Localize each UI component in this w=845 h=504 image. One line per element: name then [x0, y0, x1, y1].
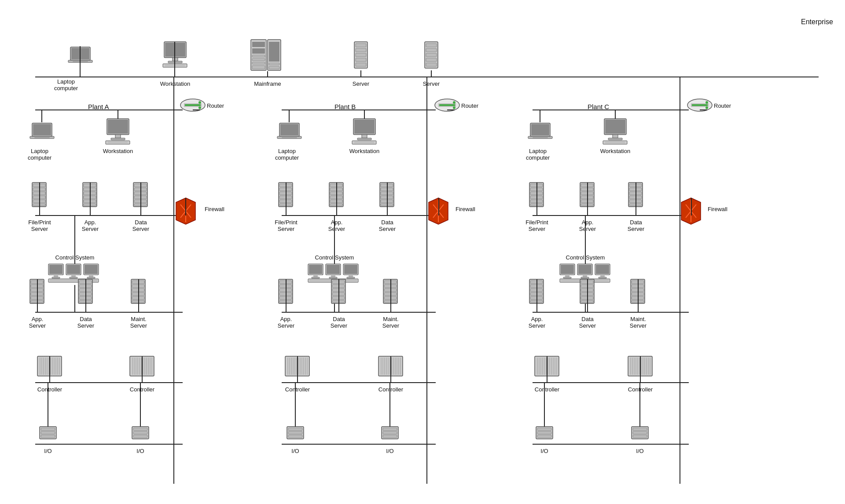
- svg-rect-54: [40, 11, 45, 13]
- svg-rect-26: [4, 16, 14, 20]
- svg-text:Firewall: Firewall: [456, 206, 475, 212]
- enterprise-label: Enterprise: [801, 18, 833, 26]
- svg-rect-48: [18, 0, 33, 11]
- svg-point-39: [18, 7, 21, 10]
- svg-rect-31: [2, 9, 15, 12]
- svg-text:Controller: Controller: [37, 386, 62, 393]
- svg-text:Server: Server: [630, 322, 647, 329]
- ent-laptop-label: Laptop: [57, 78, 75, 85]
- svg-text:Router: Router: [461, 102, 479, 109]
- svg-text:Firewall: Firewall: [205, 206, 224, 212]
- svg-rect-74: [1, 5, 15, 7]
- svg-text:Workstation: Workstation: [349, 148, 379, 154]
- plant-b-router-icon: [435, 99, 459, 111]
- svg-rect-32: [2, 13, 15, 16]
- svg-text:I/O: I/O: [386, 448, 393, 454]
- svg-text:Server: Server: [278, 322, 295, 329]
- svg-text:App.: App.: [84, 219, 96, 226]
- svg-text:Controller: Controller: [378, 386, 404, 393]
- svg-rect-45: [1, 1, 14, 10]
- plant-c-router-icon: [687, 99, 712, 111]
- svg-rect-29: [2, 1, 15, 4]
- svg-text:Server: Server: [529, 226, 546, 232]
- svg-rect-12: [1, 2, 14, 7]
- svg-text:Maint.: Maint.: [383, 316, 398, 322]
- plant-b-laptop-icon: [277, 123, 301, 139]
- svg-rect-53: [36, 1, 49, 10]
- svg-rect-14: [1, 15, 14, 18]
- svg-text:Server: Server: [628, 226, 645, 232]
- ent-mainframe-icon: [251, 40, 281, 70]
- ent-server1-icon: [354, 42, 367, 68]
- svg-rect-44: [0, 0, 15, 11]
- svg-rect-34: [2, 21, 15, 23]
- svg-text:Server: Server: [278, 226, 295, 232]
- svg-text:File/Print: File/Print: [28, 219, 51, 226]
- svg-rect-59: [0, 0, 24, 20]
- svg-rect-20: [18, 23, 29, 26]
- svg-rect-0: [2, 1, 22, 14]
- svg-rect-6: [10, 16, 15, 19]
- svg-rect-27: [4, 21, 14, 25]
- plant-c-label: Plant C: [588, 103, 609, 110]
- svg-text:Server: Server: [382, 322, 400, 329]
- svg-text:Workstation: Workstation: [600, 148, 630, 154]
- svg-text:App.: App.: [582, 219, 594, 226]
- svg-text:Maint.: Maint.: [630, 316, 646, 322]
- svg-text:I/O: I/O: [44, 448, 51, 454]
- svg-rect-8: [0, 22, 24, 26]
- svg-rect-24: [4, 7, 14, 10]
- svg-text:App.: App.: [531, 316, 543, 322]
- plant-c-io-left-icon: [536, 427, 553, 439]
- svg-rect-33: [2, 17, 15, 20]
- svg-text:Controller: Controller: [628, 386, 653, 393]
- plant-a-io-right-icon: [132, 427, 149, 439]
- plant-b-label: Plant B: [334, 103, 356, 110]
- svg-text:Data: Data: [581, 316, 594, 322]
- svg-rect-13: [1, 9, 14, 14]
- svg-text:App.: App.: [331, 219, 343, 226]
- svg-text:Server: Server: [82, 226, 99, 232]
- svg-rect-46: [5, 11, 10, 13]
- svg-rect-2: [0, 14, 24, 16]
- svg-rect-17: [1, 26, 14, 29]
- plant-a-router-icon: [180, 99, 205, 111]
- svg-rect-50: [23, 11, 27, 13]
- svg-text:I/O: I/O: [291, 448, 299, 454]
- plant-b-io-right-icon: [382, 427, 398, 439]
- svg-text:File/Print: File/Print: [275, 219, 298, 226]
- svg-text:Server: Server: [130, 322, 147, 329]
- plant-a-router-label: Router: [207, 102, 224, 109]
- svg-text:Data: Data: [381, 219, 393, 226]
- svg-point-38: [18, 2, 21, 5]
- svg-rect-37: [4, 5, 20, 7]
- svg-rect-15: [1, 19, 14, 21]
- svg-rect-3: [4, 15, 20, 16]
- svg-text:App.: App.: [280, 316, 292, 322]
- svg-text:Laptop: Laptop: [31, 148, 48, 154]
- svg-rect-22: [2, 0, 15, 26]
- svg-text:Workstation: Workstation: [103, 148, 133, 154]
- plant-c-laptop-icon: [528, 123, 552, 139]
- svg-text:Server: Server: [579, 226, 596, 232]
- svg-text:App.: App.: [32, 316, 44, 322]
- plant-b-io-left-icon: [287, 427, 304, 439]
- svg-rect-19: [18, 2, 29, 22]
- svg-rect-49: [18, 1, 32, 10]
- svg-rect-75: [1, 8, 15, 11]
- svg-rect-21: [18, 27, 29, 29]
- svg-text:I/O: I/O: [540, 448, 548, 454]
- svg-rect-5: [2, 1, 22, 15]
- ent-mainframe-label: Mainframe: [254, 80, 281, 87]
- svg-text:Controller: Controller: [535, 386, 560, 393]
- plant-a-laptop-icon: [30, 123, 54, 139]
- svg-text:I/O: I/O: [636, 448, 643, 454]
- svg-text:computer: computer: [28, 154, 52, 161]
- network-diagram: Enterprise Laptop computer Workstation M…: [0, 0, 845, 504]
- ent-workstation-label: Workstation: [160, 80, 190, 87]
- svg-rect-1: [3, 2, 21, 13]
- svg-text:I/O: I/O: [136, 448, 144, 454]
- ent-server2-icon: [425, 42, 438, 68]
- svg-text:Firewall: Firewall: [708, 206, 727, 212]
- svg-text:Server: Server: [132, 226, 150, 232]
